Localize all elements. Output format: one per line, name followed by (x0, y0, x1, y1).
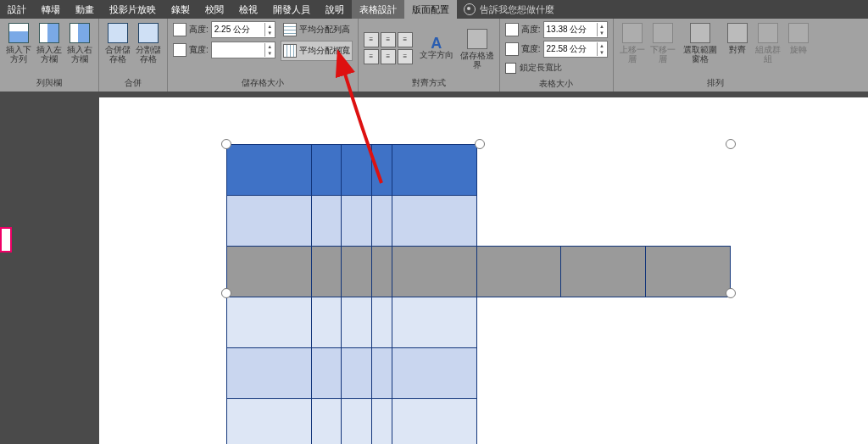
table-width-icon (505, 42, 519, 56)
height-label: 高度: (189, 24, 209, 36)
table-height-input[interactable]: ▲▼ (543, 21, 608, 38)
tell-me[interactable]: 告訴我您想做什麼 (457, 0, 561, 19)
tab-transitions[interactable]: 轉場 (34, 0, 68, 19)
group-table-size: 高度: ▲▼ 寬度: ▲▼ 鎖定長寬比 表格大小 (500, 19, 614, 92)
cell-height-input[interactable]: ▲▼ (211, 21, 275, 38)
insert-below-button[interactable]: 插入下方列 (5, 20, 32, 64)
resize-handle[interactable] (726, 139, 736, 149)
row-height-icon (173, 23, 186, 36)
resize-handle[interactable] (221, 139, 231, 149)
tab-review[interactable]: 校閱 (198, 0, 231, 19)
group-label-merge: 合併 (125, 75, 142, 92)
cell-margins-button[interactable]: 儲存格邊界 (460, 26, 494, 69)
group-label-arrange: 排列 (707, 75, 724, 92)
width-label: 寬度: (189, 44, 209, 56)
group-cell-size: 高度: ▲▼ 平均分配列高 寬度: ▲▼ (168, 19, 359, 92)
insert-left-button[interactable]: 插入左方欄 (36, 20, 63, 64)
text-direction-icon: A (431, 39, 442, 48)
ribbon-tabs: 設計 轉場 動畫 投影片放映 錄製 校閱 檢視 開發人員 說明 表格設計 版面配… (0, 0, 868, 19)
tab-design[interactable]: 設計 (0, 0, 34, 19)
bring-forward-button[interactable]: 上移一層 (619, 20, 646, 64)
ribbon: 插入下方列 插入左方欄 插入右方欄 列與欄 合併儲存格 分割儲存格 合併 (0, 19, 868, 92)
group-label-rows-cols: 列與欄 (36, 75, 62, 92)
group-icon (758, 23, 778, 43)
group-rows-cols: 插入下方列 插入左方欄 插入右方欄 列與欄 (0, 19, 99, 92)
slide-thumbnail[interactable] (0, 227, 12, 253)
rotate-icon (788, 23, 809, 43)
distribute-rows-button[interactable]: 平均分配列高 (281, 20, 353, 39)
align-icon (727, 23, 748, 43)
group-label-table-size: 表格大小 (539, 76, 573, 92)
tell-me-label: 告訴我您想做什麼 (480, 3, 554, 16)
send-backward-icon (653, 23, 673, 43)
cell-width-input[interactable]: ▲▼ (211, 42, 275, 58)
slide-canvas[interactable] (13, 92, 868, 444)
group-button[interactable]: 組成群組 (754, 20, 782, 64)
table-width-input[interactable]: ▲▼ (543, 41, 608, 58)
insert-right-button[interactable]: 插入右方欄 (66, 20, 93, 64)
workspace (0, 92, 868, 444)
tab-animations[interactable]: 動畫 (68, 0, 102, 19)
insert-below-icon (8, 23, 29, 43)
tab-record[interactable]: 錄製 (164, 0, 198, 19)
group-merge: 合併儲存格 分割儲存格 合併 (99, 19, 168, 92)
tab-developer[interactable]: 開發人員 (265, 0, 318, 19)
tab-help[interactable]: 說明 (318, 0, 352, 19)
table-object[interactable] (226, 144, 731, 444)
distribute-rows-icon (283, 23, 297, 36)
cell-margins-icon (467, 29, 487, 49)
insert-right-icon (70, 23, 90, 43)
send-backward-button[interactable]: 下移一層 (649, 20, 676, 64)
selection-pane-icon (690, 23, 710, 43)
align-button[interactable]: 對齊 (724, 20, 751, 54)
rotate-button[interactable]: 旋轉 (785, 20, 812, 54)
insert-left-icon (39, 23, 59, 43)
table-height-icon (505, 23, 519, 36)
resize-handle[interactable] (221, 288, 231, 298)
tab-table-design[interactable]: 表格設計 (352, 0, 404, 19)
merge-cells-button[interactable]: 合併儲存格 (104, 20, 131, 64)
bring-forward-icon (622, 23, 643, 43)
tab-view[interactable]: 檢視 (231, 0, 265, 19)
split-cells-icon (138, 23, 159, 43)
group-arrange: 上移一層 下移一層 選取範圍窗格 對齊 組成群組 旋轉 排 (614, 19, 817, 92)
tab-layout[interactable]: 版面配置 (404, 0, 457, 19)
slide-page (99, 97, 868, 444)
tab-slideshow[interactable]: 投影片放映 (102, 0, 164, 19)
distribute-cols-icon (283, 44, 297, 58)
selection-pane-button[interactable]: 選取範圍窗格 (680, 20, 721, 64)
group-label-alignment: 對齊方式 (412, 75, 446, 92)
col-width-icon (173, 43, 186, 57)
alignment-grid[interactable]: ≡≡≡≡≡≡ (364, 32, 413, 64)
resize-handle[interactable] (475, 139, 485, 149)
merge-cells-icon (108, 23, 128, 43)
split-cells-button[interactable]: 分割儲存格 (135, 20, 162, 64)
lock-aspect-checkbox[interactable]: 鎖定長寬比 (505, 59, 562, 76)
lightbulb-icon (464, 3, 476, 15)
group-label-cell-size: 儲存格大小 (242, 75, 284, 92)
group-alignment: ≡≡≡≡≡≡ A 文字方向 儲存格邊界 對齊方式 (359, 19, 500, 92)
slide-thumbnails[interactable] (0, 92, 13, 444)
resize-handle[interactable] (726, 288, 736, 298)
distribute-cols-button[interactable]: 平均分配欄寬 (281, 41, 353, 61)
checkbox-icon (505, 63, 516, 74)
text-direction-button[interactable]: A 文字方向 (420, 36, 453, 59)
